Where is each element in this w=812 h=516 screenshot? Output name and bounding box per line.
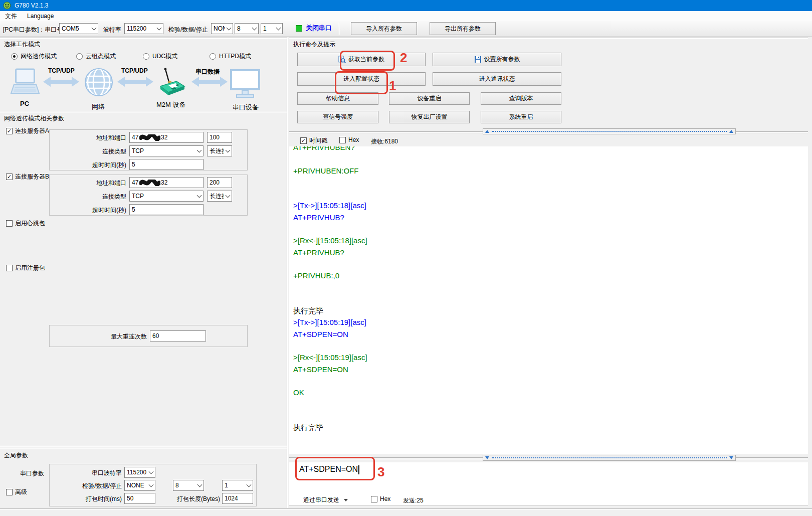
double-arrow-icon <box>43 76 79 89</box>
help-info-button[interactable]: 帮助信息 <box>297 92 378 105</box>
mode-radio-transparent[interactable]: 网络透传模式 <box>11 52 57 61</box>
diagram-link1-label: TCP/UDP <box>48 67 75 74</box>
pack-time-input[interactable]: 50 <box>124 493 155 504</box>
server-a-keep-select[interactable]: 长连接 <box>207 145 232 156</box>
register-checkbox[interactable]: 启用注册包 <box>6 264 45 272</box>
chevron-down-icon <box>251 24 258 34</box>
server-a-timeout-input[interactable]: 5 <box>129 159 204 170</box>
pack-len-input[interactable]: 1024 <box>222 493 253 504</box>
splitter-dots <box>492 131 727 132</box>
global-section-title: 全局参数 <box>4 451 28 460</box>
log-line <box>293 225 808 236</box>
checkbox-icon <box>6 489 13 495</box>
diagram-node-pc-label: PC <box>20 100 29 107</box>
com-port-select[interactable]: COM5 <box>59 23 98 34</box>
databits-select[interactable]: 8 <box>235 23 259 34</box>
send-input-area[interactable] <box>289 462 808 506</box>
log-line <box>293 283 808 295</box>
server-a-type-select[interactable]: TCP <box>129 145 204 156</box>
server-b-address-input[interactable]: 47..32 <box>129 177 204 188</box>
dropdown-arrow-icon <box>344 499 348 501</box>
triangle-down-icon <box>729 456 733 459</box>
log-line: AT+SDPEN=ON <box>293 330 808 341</box>
server-b-type-select[interactable]: TCP <box>129 191 204 202</box>
server-b-port-input[interactable]: 200 <box>207 177 232 188</box>
log-splitter-handle[interactable] <box>483 128 736 134</box>
log-area[interactable]: AT+PRIVHUBEN? +PRIVHUBEN:OFF >[Tx->][15:… <box>289 146 808 454</box>
import-params-button[interactable]: 导入所有参数 <box>351 22 417 35</box>
enter-comm-state-button[interactable]: 进入通讯状态 <box>433 72 561 86</box>
reconnect-label: 最大重连次数 <box>50 332 147 341</box>
window-title: G780 V2.1.3 <box>15 2 48 9</box>
text-caret <box>358 465 359 474</box>
server-b-keep-select[interactable]: 长连接 <box>207 191 232 202</box>
log-hex-checkbox[interactable]: Hex <box>339 136 359 143</box>
log-line: +PRIVHUB:,0 <box>293 271 808 283</box>
timestamp-checkbox[interactable]: 时间戳 <box>300 136 327 145</box>
global-stopbits-select[interactable]: 1 <box>222 480 253 491</box>
chevron-down-icon <box>245 480 253 490</box>
checkbox-icon <box>339 137 346 143</box>
double-arrow-icon <box>191 76 228 89</box>
log-line: >[Rx<-][15:05:18][asc] <box>293 236 808 248</box>
enter-config-state-button[interactable]: 进入配置状态 <box>297 72 426 86</box>
panel-divider[interactable] <box>287 38 288 508</box>
global-baud-select[interactable]: 115200 <box>124 467 155 478</box>
device-restart-button[interactable]: 设备重启 <box>389 92 470 105</box>
app-icon <box>3 2 11 10</box>
heartbeat-checkbox[interactable]: 启用心跳包 <box>6 219 45 228</box>
mode-section-title: 选择工作模式 <box>4 40 40 49</box>
chevron-down-icon <box>224 191 232 201</box>
chevron-down-icon <box>275 24 282 34</box>
close-serial-button[interactable]: 关闭串口 <box>296 24 332 33</box>
server-b-timeout-label: 超时时间(秒) <box>56 206 126 215</box>
export-params-button[interactable]: 导出所有参数 <box>430 22 496 35</box>
advanced-checkbox[interactable]: 高级 <box>6 488 27 496</box>
server-b-timeout-input[interactable]: 5 <box>129 204 204 215</box>
log-line: 执行完毕 <box>293 306 808 318</box>
send-splitter-handle[interactable] <box>483 455 736 461</box>
stopbits-select[interactable]: 1 <box>261 23 283 34</box>
log-line <box>293 412 808 423</box>
section-divider <box>0 112 287 113</box>
server-b-checkbox[interactable]: 连接服务器B <box>6 173 49 181</box>
section-divider <box>0 448 287 449</box>
chevron-down-icon <box>196 480 204 490</box>
sent-count: 发送:25 <box>403 496 424 505</box>
mode-radio-cloud[interactable]: 云组态模式 <box>76 52 116 61</box>
checkbox-icon <box>6 220 13 227</box>
server-a-checkbox[interactable]: 连接服务器A <box>6 127 49 135</box>
menu-language[interactable]: Language <box>22 11 59 21</box>
checkbox-icon <box>371 496 377 502</box>
global-parity-select[interactable]: NONE <box>124 480 155 491</box>
mode-radio-udc[interactable]: UDC模式 <box>143 52 177 61</box>
search-doc-icon <box>338 56 346 63</box>
log-line: >[Tx->][15:05:18][asc] <box>293 201 808 213</box>
radio-icon <box>143 53 149 60</box>
chevron-down-icon <box>225 24 233 34</box>
parity-select[interactable]: NONE <box>211 23 233 34</box>
log-line: AT+PRIVHUB? <box>293 213 808 225</box>
reconnect-input[interactable]: 60 <box>150 330 206 341</box>
global-databits-select[interactable]: 8 <box>173 480 204 491</box>
server-a-addr-label: 地址和端口 <box>56 134 126 142</box>
annotation-label-2: 2 <box>400 50 407 66</box>
set-all-params-button[interactable]: 设置所有参数 <box>433 53 561 66</box>
send-hex-checkbox[interactable]: Hex <box>371 495 390 502</box>
send-via-serial-button[interactable]: 通过串口发送 <box>303 496 348 504</box>
server-a-port-input[interactable]: 100 <box>207 132 232 143</box>
menu-file[interactable]: 文件 <box>0 11 22 21</box>
received-count: 接收:6180 <box>371 137 398 146</box>
pc-icon <box>10 68 40 100</box>
triangle-up-icon <box>485 130 489 133</box>
mode-radio-httpd[interactable]: HTTPD模式 <box>210 52 251 61</box>
baud-select[interactable]: 115200 <box>124 23 163 34</box>
system-restart-button[interactable]: 系统重启 <box>481 111 561 123</box>
chevron-down-icon <box>195 146 203 156</box>
query-signal-button[interactable]: 查信号强度 <box>297 111 378 123</box>
factory-reset-button[interactable]: 恢复出厂设置 <box>389 111 470 123</box>
send-command-input[interactable]: AT+SDPEN=ON <box>299 465 359 474</box>
query-version-button[interactable]: 查询版本 <box>481 92 561 105</box>
pack-time-label: 打包时间(ms) <box>50 495 122 503</box>
server-a-address-input[interactable]: 47..32 <box>129 132 204 143</box>
